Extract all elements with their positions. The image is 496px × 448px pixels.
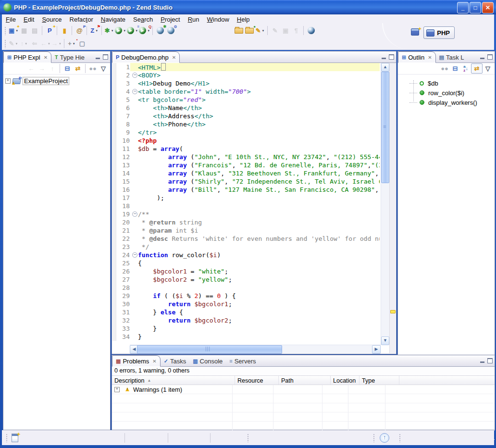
explorer-tab-type-hie[interactable]: TType Hie: [51, 52, 88, 62]
editor-vertical-scrollbar[interactable]: ▲ ▼: [381, 63, 389, 345]
mark-occurrences-button[interactable]: ✎▼: [255, 25, 265, 36]
new-untitled-php-document-button[interactable]: ▮: [59, 25, 70, 36]
collapse-all-button[interactable]: ⊟: [450, 64, 460, 73]
open-file-button[interactable]: [234, 25, 244, 36]
warning-marker[interactable]: [390, 310, 396, 313]
outline-item-db[interactable]: $db: [398, 78, 495, 88]
menu-edit[interactable]: Edit: [20, 15, 38, 24]
filters-button[interactable]: ●●: [87, 64, 98, 73]
explorer-tab-php-expl[interactable]: ⊞PHP Expl✕: [3, 51, 51, 63]
column-header-description[interactable]: Description▲: [112, 376, 235, 385]
column-header-resource[interactable]: Resource: [235, 376, 279, 385]
link-with-editor-button[interactable]: ⇄: [471, 63, 483, 74]
outline-tab-outlin[interactable]: ⊞Outlin✕: [398, 51, 436, 63]
code-segment: (: [187, 170, 195, 177]
problems-tab-tasks[interactable]: ✓Tasks: [161, 356, 189, 366]
editor-horizontal-scrollbar[interactable]: ◀ ▶: [130, 345, 381, 353]
outline-item-display_workers[interactable]: display_workers(): [398, 98, 495, 107]
code-segment: }: [138, 309, 161, 316]
trim-handle[interactable]: [6, 434, 8, 442]
profile-url-button[interactable]: ⊙: [165, 25, 176, 36]
run-as-button[interactable]: ▶≡▼: [126, 25, 138, 36]
toolbar-handle[interactable]: [4, 39, 7, 48]
trim-handle[interactable]: [399, 434, 401, 442]
fold-collapse-icon[interactable]: −: [132, 252, 137, 258]
open-php-editor-button[interactable]: ▢: [77, 38, 87, 49]
maximize-view-icon[interactable]: [487, 358, 493, 363]
new-wizard-button[interactable]: ▣✦▼: [8, 25, 19, 36]
close-tab-icon[interactable]: ✕: [44, 55, 48, 60]
scroll-right-icon[interactable]: ▶: [372, 345, 381, 354]
problems-row-warnings[interactable]: +Warnings (1 item): [112, 385, 495, 394]
sort-button[interactable]: az↓: [460, 64, 471, 73]
close-tab-icon[interactable]: ✕: [428, 55, 432, 60]
problems-tab-console[interactable]: ▥Console: [189, 356, 226, 366]
project-tree-item[interactable]: + P ExampleProject: [5, 76, 110, 85]
menu-project[interactable]: Project: [157, 15, 184, 24]
menu-search[interactable]: Search: [129, 15, 157, 24]
problems-tab-problems[interactable]: ▦Problems✕: [112, 355, 161, 367]
column-header-location[interactable]: Location: [331, 376, 360, 385]
maximize-view-icon[interactable]: [103, 54, 108, 60]
menu-help[interactable]: Help: [233, 15, 254, 24]
minimize-view-icon[interactable]: [480, 58, 484, 59]
vertical-scroll-thumb[interactable]: [381, 72, 389, 183]
profile-button[interactable]: ▶Q▼: [138, 25, 150, 36]
title-bar[interactable]: PHP - ExampleProject/DebugDemo.php - Zen…: [0, 0, 496, 14]
run-button[interactable]: ▶▼: [114, 25, 126, 36]
restore-trim-button[interactable]: ↑: [380, 433, 389, 443]
maximize-button[interactable]: □: [470, 2, 481, 13]
scroll-up-icon[interactable]: ▲: [381, 63, 389, 72]
editor-tab-debugdemo.php[interactable]: PDebugDemo.php✕: [112, 51, 180, 63]
menu-run[interactable]: Run: [184, 15, 203, 24]
close-button[interactable]: ✕: [482, 2, 494, 13]
menu-navigate[interactable]: Navigate: [97, 15, 129, 24]
open-file-from-server-button[interactable]: ●: [244, 25, 255, 36]
new-php-file-button[interactable]: P✦: [44, 25, 55, 36]
trim-handle[interactable]: [247, 434, 249, 442]
outline-item-row_colori[interactable]: row_color($i): [398, 88, 495, 98]
minimize-editor-icon[interactable]: [382, 58, 386, 59]
debug-url-button[interactable]: ✱: [155, 25, 165, 36]
open-browser-button[interactable]: [306, 25, 316, 36]
scroll-down-icon[interactable]: ▼: [381, 336, 389, 345]
maximize-editor-icon[interactable]: [389, 54, 394, 60]
php-breakpoint-button[interactable]: +▪▼: [66, 38, 77, 49]
close-tab-icon[interactable]: ✕: [172, 55, 176, 60]
fold-collapse-icon[interactable]: −: [132, 212, 137, 217]
php-perspective-button[interactable]: PHP: [423, 26, 455, 39]
fold-collapse-icon[interactable]: −: [132, 73, 137, 78]
open-perspective-button[interactable]: ✦: [411, 28, 421, 37]
menu-refactor[interactable]: Refactor: [66, 15, 97, 24]
overview-ruler[interactable]: [389, 63, 396, 353]
view-menu-button[interactable]: ▽: [483, 64, 493, 73]
expand-icon[interactable]: +: [114, 387, 120, 392]
toolbar-handle[interactable]: [4, 26, 7, 35]
horizontal-scroll-thumb[interactable]: [137, 345, 282, 354]
collapse-all-button[interactable]: ⊟: [62, 64, 73, 73]
outline-tab-task-l[interactable]: ▤Task L: [436, 52, 468, 62]
link-with-editor-button[interactable]: ⇄: [73, 64, 83, 73]
filters-button[interactable]: ●●: [439, 64, 450, 73]
minimize-view-icon[interactable]: [480, 361, 484, 363]
minimize-button[interactable]: _: [457, 2, 469, 13]
trim-handle[interactable]: [373, 434, 375, 442]
close-tab-icon[interactable]: ✕: [152, 359, 156, 364]
fast-view-button[interactable]: ✦: [12, 434, 18, 442]
expand-icon[interactable]: +: [5, 78, 11, 84]
menu-source[interactable]: Source: [38, 15, 65, 24]
menu-file[interactable]: File: [2, 15, 20, 24]
code-editor[interactable]: 1<HTML>2−<BODY>3<H1>Debug Demo</H1>4−<ta…: [112, 63, 380, 345]
code-segment: "Bill": [194, 186, 217, 193]
view-menu-button[interactable]: ▽: [98, 64, 109, 73]
new-php-webpage-button[interactable]: @P: [74, 25, 85, 36]
problems-tab-servers[interactable]: ≡Servers: [226, 356, 259, 366]
fold-collapse-icon[interactable]: −: [132, 89, 137, 94]
column-header-path[interactable]: Path: [279, 376, 331, 385]
menu-window[interactable]: Window: [203, 15, 233, 24]
column-header-type[interactable]: Type: [360, 376, 399, 385]
zend-bookmark-button[interactable]: Z⚑▼: [89, 25, 99, 36]
debug-button[interactable]: ✱▼: [104, 25, 114, 36]
maximize-view-icon[interactable]: [487, 54, 493, 60]
minimize-view-icon[interactable]: [96, 58, 100, 59]
